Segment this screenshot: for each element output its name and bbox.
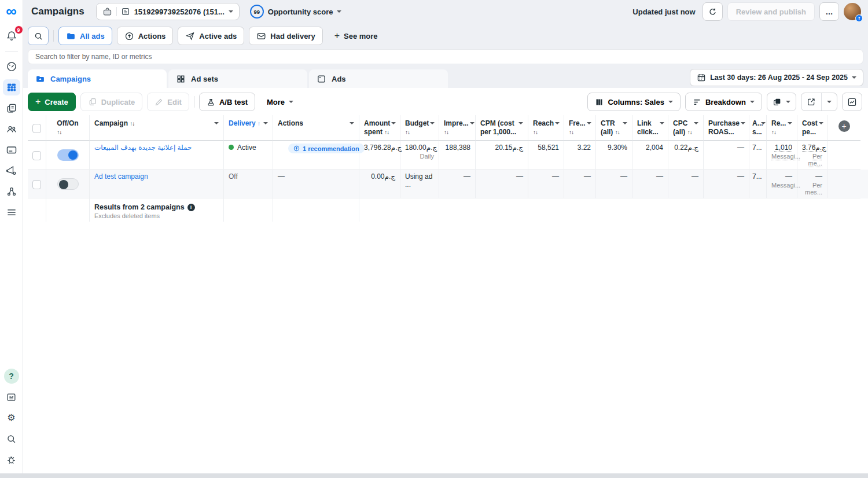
- notifications-button[interactable]: 9: [3, 28, 20, 44]
- info-icon[interactable]: [187, 204, 195, 211]
- col-header-purchase-roas[interactable]: PurchaseROAS...: [704, 115, 749, 141]
- column-menu-icon[interactable]: [761, 122, 766, 124]
- sort-icon[interactable]: ↑↓: [615, 129, 620, 135]
- filter-see-more[interactable]: + See more: [328, 27, 385, 45]
- column-menu-icon[interactable]: [518, 122, 523, 124]
- sidebar-item-billing[interactable]: [3, 142, 20, 158]
- reports-icon-segment[interactable]: [767, 93, 796, 111]
- sidebar-item-business-tools[interactable]: [3, 183, 20, 200]
- more-menu-button[interactable]: More: [260, 93, 300, 111]
- column-menu-icon[interactable]: [430, 122, 435, 124]
- user-avatar[interactable]: [844, 3, 861, 20]
- col-header-off-on[interactable]: Off/On↑↓: [46, 115, 90, 141]
- reports-button[interactable]: [767, 93, 796, 111]
- col-header-ctr[interactable]: CTR(all) ↑↓: [596, 115, 632, 141]
- filter-active-ads[interactable]: Active ads: [178, 27, 244, 45]
- review-and-publish-button[interactable]: Review and publish: [727, 2, 815, 21]
- sort-icon[interactable]: ↑↓: [533, 129, 538, 135]
- table-search-input[interactable]: [28, 49, 863, 64]
- col-header-budget[interactable]: Budget↑↓: [400, 115, 439, 141]
- filter-search-button[interactable]: [28, 27, 49, 45]
- meta-logo-icon[interactable]: ∞: [6, 5, 17, 17]
- sort-asc-icon[interactable]: ↑: [258, 120, 260, 127]
- tab-ad-sets[interactable]: Ad sets: [168, 69, 307, 88]
- column-menu-icon[interactable]: [555, 122, 560, 124]
- sort-icon[interactable]: ↑↓: [687, 129, 692, 135]
- sort-icon[interactable]: ↑↓: [569, 129, 573, 135]
- column-menu-icon[interactable]: [214, 122, 219, 124]
- sidebar-item-audiences[interactable]: [3, 121, 20, 137]
- opportunity-score-menu[interactable]: 99 Opportunity score: [250, 5, 342, 19]
- recommendation-badge[interactable]: 1 recommendation: [288, 144, 365, 153]
- ab-test-button[interactable]: A/B test: [199, 93, 255, 111]
- report-bug-button[interactable]: [3, 451, 20, 468]
- results-value[interactable]: 1,010: [775, 144, 792, 152]
- sort-icon[interactable]: ↑↓: [57, 129, 61, 135]
- create-button[interactable]: + Create: [28, 93, 76, 111]
- column-menu-icon[interactable]: [470, 122, 475, 124]
- column-menu-icon[interactable]: [263, 122, 268, 124]
- col-header-cost-per-result[interactable]: Costpe...: [797, 115, 827, 141]
- campaign-toggle-on[interactable]: [57, 149, 79, 161]
- date-range-selector[interactable]: Last 30 days: 26 Aug 2025 - 24 Sep 2025: [690, 69, 863, 86]
- edit-button[interactable]: Edit: [147, 93, 189, 111]
- column-menu-icon[interactable]: [660, 122, 664, 124]
- charts-button[interactable]: [842, 93, 862, 111]
- col-header-cpc[interactable]: CPC(all) ↑↓: [668, 115, 704, 141]
- tab-campaigns[interactable]: Campaigns: [28, 69, 167, 88]
- col-header-reach[interactable]: Reach↑↓: [528, 115, 564, 141]
- col-header-cpm[interactable]: CPM (costper 1,000...: [476, 115, 528, 141]
- column-menu-icon[interactable]: [623, 122, 627, 124]
- updates-news-button[interactable]: [3, 389, 20, 405]
- sort-icon[interactable]: ↑↓: [384, 129, 389, 135]
- refresh-button[interactable]: [703, 2, 723, 21]
- tab-ads[interactable]: Ads: [309, 69, 448, 88]
- col-header-results[interactable]: Re...↑↓: [767, 115, 797, 141]
- campaign-name-link[interactable]: حملة إعلانية جديدة بهدف المبيعات: [94, 144, 192, 152]
- filter-actions[interactable]: Actions: [117, 27, 174, 45]
- sidebar-item-all-tools-menu[interactable]: [3, 204, 20, 220]
- column-menu-icon[interactable]: [694, 122, 698, 124]
- col-header-delivery[interactable]: Delivery ↑: [224, 115, 273, 141]
- row-checkbox[interactable]: [32, 180, 41, 189]
- columns-button[interactable]: Columns: Sales: [587, 93, 681, 111]
- add-column-button[interactable]: +: [838, 120, 850, 132]
- sort-icon[interactable]: ↑↓: [444, 129, 448, 135]
- sort-icon[interactable]: ↑↓: [130, 120, 134, 127]
- column-menu-icon[interactable]: [819, 122, 823, 124]
- sidebar-item-ads-settings[interactable]: [3, 163, 20, 179]
- col-header-frequency[interactable]: Fre...↑↓: [564, 115, 596, 141]
- settings-button[interactable]: ⚙: [3, 410, 20, 426]
- column-menu-icon[interactable]: [350, 122, 354, 124]
- sort-icon[interactable]: ↑↓: [771, 129, 776, 135]
- sort-icon[interactable]: ↑↓: [405, 129, 410, 135]
- horizontal-scrollbar[interactable]: [0, 473, 868, 478]
- duplicate-button[interactable]: Duplicate: [80, 93, 143, 111]
- export-button[interactable]: [801, 93, 821, 111]
- col-header-attribution[interactable]: A...s...: [749, 115, 767, 141]
- column-menu-icon[interactable]: [587, 122, 591, 124]
- col-header-amount-spent[interactable]: Amountspent ↑↓: [359, 115, 400, 141]
- export-options-button[interactable]: [821, 93, 837, 111]
- sidebar-item-campaigns[interactable]: [3, 79, 20, 95]
- col-header-campaign[interactable]: Campaign ↑↓: [90, 115, 224, 141]
- col-header-actions[interactable]: Actions: [273, 115, 359, 141]
- filter-all-ads[interactable]: All ads: [58, 27, 112, 45]
- row-checkbox[interactable]: [32, 151, 41, 160]
- column-menu-icon[interactable]: [391, 122, 396, 124]
- filter-had-delivery[interactable]: Had delivery: [249, 27, 322, 45]
- col-header-impressions[interactable]: Impre...↑↓: [439, 115, 476, 141]
- column-menu-icon[interactable]: [788, 122, 792, 124]
- campaign-toggle-off[interactable]: [57, 178, 79, 190]
- select-all-checkbox[interactable]: [32, 124, 41, 133]
- cost-value[interactable]: 3.76ج.م: [802, 144, 826, 152]
- campaign-name-link[interactable]: Ad test campaign: [94, 172, 148, 181]
- column-menu-icon[interactable]: [741, 122, 745, 124]
- more-options-button[interactable]: …: [819, 2, 839, 21]
- breakdown-button[interactable]: Breakdown: [685, 93, 762, 111]
- col-header-link-clicks[interactable]: Linkclick...: [632, 115, 668, 141]
- sidebar-search-button[interactable]: [3, 431, 20, 447]
- help-button[interactable]: ?: [3, 368, 20, 384]
- sidebar-item-account-overview[interactable]: [3, 58, 20, 75]
- ad-account-selector[interactable]: 1519299739252076 (151...: [96, 3, 240, 20]
